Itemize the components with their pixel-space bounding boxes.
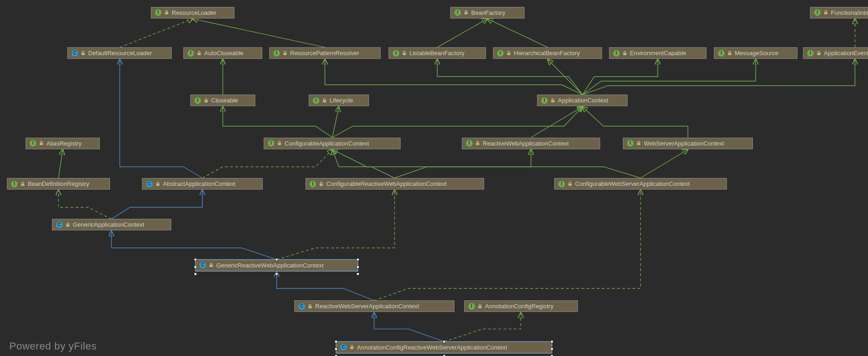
node-label: AnnotationConfigRegistry [485,303,553,310]
node-label: DefaultResourceLoader [88,50,152,57]
svg-rect-7 [507,53,511,55]
lock-icon [551,98,555,103]
uml-node-GenericApplicationContext[interactable]: CGenericApplicationContext [52,219,171,230]
uml-node-BeanFactory[interactable]: IBeanFactory [450,7,525,19]
uml-node-HierarchicalBeanFactory[interactable]: IHierarchicalBeanFactory [493,47,602,59]
uml-node-AnnotationConfigRegistry[interactable]: IAnnotationConfigRegistry [464,300,578,312]
svg-rect-3 [82,53,85,55]
node-label: AliasRegistry [46,140,82,147]
node-label: AutoCloseable [204,50,244,57]
uml-node-AliasRegistry[interactable]: IAliasRegistry [26,138,100,149]
lock-icon [622,51,627,56]
node-label: AbstractApplicationContext [163,180,235,187]
uml-node-ConfigurableWebServerApplicationContext[interactable]: IConfigurableWebServerApplicationContext [554,178,727,190]
lock-icon [308,304,312,309]
svg-rect-17 [637,143,641,145]
interface-icon: I [814,9,821,16]
svg-rect-18 [21,184,25,186]
lock-icon [204,98,208,103]
resize-handle[interactable] [194,258,197,261]
svg-rect-22 [66,224,70,227]
uml-node-ReactiveWebServerApplicationContext[interactable]: CReactiveWebServerApplicationContext [294,300,454,312]
uml-node-FunctionalInterface[interactable]: IFunctionalInterface [810,7,868,19]
uml-node-ApplicationContext[interactable]: IApplicationContext [537,95,628,106]
interface-icon: I [466,140,473,146]
node-label: ReactiveWebApplicationContext [483,140,569,147]
uml-node-Closeable[interactable]: ICloseable [190,95,255,106]
node-label: WebServerApplicationContext [644,140,724,147]
svg-rect-2 [824,12,828,14]
node-label: GenericReactiveWebApplicationContext [216,262,324,269]
interface-icon: I [155,9,162,16]
node-label: ApplicationEventPublishe [824,50,868,57]
lock-icon [319,182,324,186]
lock-icon [65,222,70,227]
lock-icon [81,51,85,56]
uml-node-Lifecycle[interactable]: ILifecycle [309,95,369,106]
node-label: BeanDefinitionRegistry [28,180,89,187]
resize-handle[interactable] [356,266,359,268]
uml-node-DefaultResourceLoader[interactable]: CDefaultResourceLoader [67,47,172,59]
uml-node-AbstractApplicationContext[interactable]: CAbstractApplicationContext [142,178,263,190]
lock-icon [506,51,511,56]
svg-rect-16 [476,143,479,145]
resize-handle[interactable] [335,348,337,350]
resize-handle[interactable] [194,273,197,275]
interface-icon: I [627,140,634,146]
interface-icon: I [807,50,814,57]
interface-icon: I [454,9,461,16]
svg-rect-26 [350,347,354,349]
interface-icon: I [468,303,475,310]
svg-rect-24 [309,306,312,308]
lock-icon [816,51,821,56]
resize-handle[interactable] [275,273,278,275]
uml-node-AnnotationConfigReactiveWebServerApplicationContext[interactable]: CAnnotationConfigReactiveWebServerApplic… [336,342,552,353]
uml-node-ConfigurableApplicationContext[interactable]: IConfigurableApplicationContext [264,138,401,149]
node-label: GenericApplicationContext [73,221,144,228]
uml-node-ReactiveWebApplicationContext[interactable]: IReactiveWebApplicationContext [462,138,600,149]
uml-node-ConfigurableReactiveWebApplicationContext[interactable]: IConfigurableReactiveWebApplicationConte… [305,178,484,190]
svg-rect-23 [210,265,213,267]
node-label: MessageSource [735,50,778,57]
uml-node-ResourcePatternResolver[interactable]: IResourcePatternResolver [269,47,381,59]
powered-by-label: Powered by yFiles [9,340,97,352]
uml-node-EnvironmentCapable[interactable]: IEnvironmentCapable [609,47,706,59]
uml-node-ListableBeanFactory[interactable]: IListableBeanFactory [389,47,486,59]
resize-handle[interactable] [551,348,553,350]
lock-icon [39,141,44,146]
diagram-canvas[interactable]: IResourceLoaderIBeanFactoryIFunctionalIn… [0,0,868,356]
resize-handle[interactable] [275,258,278,261]
lock-icon [636,141,641,146]
svg-rect-19 [156,184,160,186]
svg-rect-14 [40,143,43,145]
interface-icon: I [718,50,725,57]
resize-handle[interactable] [356,258,359,261]
svg-rect-15 [278,143,281,145]
uml-node-AutoCloseable[interactable]: IAutoCloseable [183,47,262,59]
uml-node-ApplicationEventPublisher[interactable]: IApplicationEventPublishe [803,47,868,59]
uml-node-BeanDefinitionRegistry[interactable]: IBeanDefinitionRegistry [7,178,110,190]
node-label: EnvironmentCapable [630,50,686,57]
node-label: BeanFactory [471,9,505,16]
interface-icon: I [194,97,201,104]
svg-rect-1 [465,12,468,14]
svg-rect-6 [403,53,406,55]
lock-icon [727,51,732,56]
node-label: ResourceLoader [172,9,216,16]
resize-handle[interactable] [335,340,337,343]
resize-handle[interactable] [194,266,197,268]
svg-rect-20 [320,184,323,186]
svg-rect-9 [728,53,732,55]
interface-icon: I [313,97,319,104]
uml-node-MessageSource[interactable]: IMessageSource [714,47,797,59]
resize-handle[interactable] [551,340,553,343]
node-label: FunctionalInterface [831,9,868,16]
resize-handle[interactable] [443,340,446,343]
lock-icon [20,182,25,186]
lock-icon [155,182,160,186]
uml-node-ResourceLoader[interactable]: IResourceLoader [151,7,234,19]
lock-icon [322,98,327,103]
resize-handle[interactable] [356,273,359,275]
uml-node-GenericReactiveWebApplicationContext[interactable]: CGenericReactiveWebApplicationContext [195,260,358,271]
uml-node-WebServerApplicationContext[interactable]: IWebServerApplicationContext [623,138,753,149]
